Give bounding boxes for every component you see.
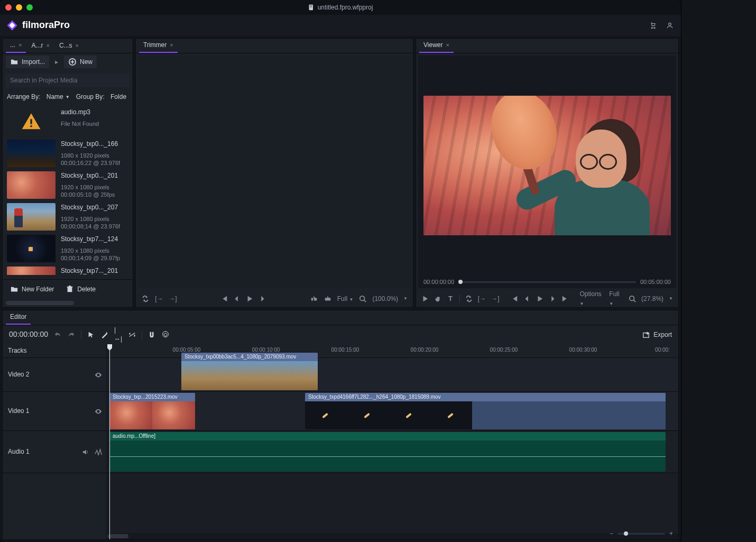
- loop-icon[interactable]: [465, 295, 473, 303]
- prev-frame-icon[interactable]: [220, 295, 228, 303]
- media-item[interactable]: audio.mp3File Not Found: [3, 106, 133, 137]
- playhead[interactable]: [109, 344, 110, 539]
- blade-tool-icon[interactable]: [100, 330, 109, 339]
- timeline[interactable]: 00:00:05:00 00:00:10:00 00:00:15:00 00:0…: [107, 344, 678, 539]
- media-thumbnail: [7, 140, 56, 167]
- play-icon[interactable]: [245, 295, 254, 303]
- zoom-slider[interactable]: [617, 533, 665, 535]
- track-lane-audio1[interactable]: audio.mp...Offline]: [107, 431, 678, 473]
- go-start-icon[interactable]: [510, 295, 519, 303]
- eye-icon[interactable]: [94, 407, 103, 416]
- viewer-tab[interactable]: Viewer×: [419, 39, 454, 53]
- media-item[interactable]: Stocksy_txp0..._2011920 x 1080 pixels00:…: [3, 169, 133, 201]
- track-lane-video1[interactable]: Stocksy_txp...2015223.mov Stocksy_txpd41…: [107, 392, 678, 431]
- viewer-scrubber[interactable]: [458, 281, 636, 283]
- scrollbar-h[interactable]: [6, 301, 130, 306]
- svg-rect-7: [30, 119, 32, 124]
- close-icon[interactable]: ×: [170, 41, 173, 49]
- editor-tab[interactable]: Editor: [6, 311, 31, 325]
- viewer-canvas[interactable]: [418, 56, 676, 276]
- chevron-down-icon: ▼: [669, 296, 673, 301]
- slip-tool-icon[interactable]: |↔|: [114, 330, 123, 339]
- import-button[interactable]: Import...: [6, 56, 49, 68]
- user-icon[interactable]: [665, 21, 675, 30]
- mark-in-icon[interactable]: [→: [155, 295, 163, 303]
- media-item[interactable]: Stocksy_txp7..._1241920 x 1080 pixels00;…: [3, 233, 133, 264]
- options-dropdown[interactable]: Options ▼: [580, 290, 604, 308]
- clip-label: Stocksy_txp...2015223.mov: [109, 393, 195, 401]
- step-fwd-icon[interactable]: [258, 295, 266, 303]
- overwrite-icon[interactable]: [324, 295, 332, 303]
- media-tab-2[interactable]: C...s×: [55, 39, 83, 53]
- insert-icon[interactable]: [310, 295, 318, 303]
- svg-point-5: [669, 23, 671, 25]
- new-button[interactable]: New: [64, 56, 97, 68]
- select-tool-icon[interactable]: [87, 330, 95, 339]
- ruler-tick: 00:00:20:00: [411, 346, 439, 354]
- display-mode-dropdown[interactable]: Full ▼: [337, 295, 354, 304]
- delete-button[interactable]: Delete: [61, 283, 100, 296]
- undo-icon[interactable]: [53, 330, 62, 339]
- chevron-right-icon[interactable]: ▸: [52, 58, 61, 66]
- play-icon[interactable]: [421, 295, 429, 303]
- track-label-video2[interactable]: Video 2: [3, 358, 107, 392]
- close-icon[interactable]: ×: [446, 41, 449, 49]
- track-lane-video2[interactable]: Stocksy_txp00bb3ac5...4_1080p_2079093.mo…: [107, 358, 678, 392]
- zoom-in-icon[interactable]: +: [669, 529, 673, 538]
- media-item[interactable]: Stocksy_txp7..._201: [3, 264, 133, 275]
- trash-icon: [66, 285, 74, 293]
- clip-video2[interactable]: Stocksy_txp00bb3ac5...4_1080p_2079093.mo…: [181, 353, 318, 390]
- search-icon[interactable]: [358, 295, 367, 303]
- eye-icon[interactable]: [94, 371, 103, 379]
- zoom-value[interactable]: (27.8%): [641, 295, 663, 304]
- chevron-down-icon: ▼: [403, 296, 408, 301]
- zoom-value[interactable]: (100.0%): [372, 295, 398, 304]
- close-icon[interactable]: ×: [19, 41, 22, 49]
- play-icon[interactable]: [536, 295, 544, 303]
- hand-icon[interactable]: [434, 295, 441, 303]
- rate-tool-icon[interactable]: [128, 330, 136, 339]
- media-tab-0[interactable]: ...×: [6, 39, 26, 53]
- loop-icon[interactable]: [141, 295, 150, 303]
- clip-audio1[interactable]: audio.mp...Offline]: [109, 432, 666, 472]
- close-icon[interactable]: ×: [76, 42, 79, 50]
- cart-icon[interactable]: [648, 21, 658, 30]
- go-end-icon[interactable]: [561, 295, 569, 303]
- search-icon[interactable]: [629, 295, 636, 303]
- viewer-time-current: 00:00:00:00: [423, 278, 454, 286]
- step-back-icon[interactable]: [523, 295, 531, 303]
- text-icon[interactable]: T: [447, 295, 454, 303]
- search-input[interactable]: [6, 74, 130, 87]
- arrange-by-dropdown[interactable]: Arrange By: Name ▼: [7, 93, 70, 102]
- export-button[interactable]: Export: [642, 330, 672, 339]
- track-label-audio1[interactable]: Audio 1: [3, 431, 107, 473]
- editor-timecode[interactable]: 00:00:00:00: [9, 329, 48, 340]
- step-back-icon[interactable]: [233, 295, 241, 303]
- redo-icon[interactable]: [67, 330, 76, 339]
- speaker-icon[interactable]: [81, 448, 90, 456]
- display-mode-dropdown[interactable]: Full ▼: [609, 290, 623, 308]
- gear-icon[interactable]: [161, 330, 170, 339]
- clip-label: Stocksy_txpd4166ff7L282..._h264_1080p_18…: [305, 393, 666, 401]
- mark-out-icon[interactable]: →]: [169, 295, 177, 303]
- group-by-dropdown[interactable]: Group By: Folde: [76, 93, 126, 102]
- media-item-name: Stocksy_txp7..._201: [61, 267, 128, 275]
- new-folder-button[interactable]: New Folder: [6, 283, 58, 296]
- zoom-out-icon[interactable]: −: [610, 529, 613, 538]
- snap-icon[interactable]: [147, 330, 156, 339]
- clip-video1-b[interactable]: Stocksy_txpd4166ff7L282..._h264_1080p_18…: [305, 393, 666, 429]
- trimmer-tab[interactable]: Trimmer×: [139, 39, 178, 53]
- mark-in-icon[interactable]: [→: [478, 295, 486, 303]
- media-item[interactable]: Stocksy_txp0..._1661080 x 1920 pixels00;…: [3, 137, 133, 169]
- mark-out-icon[interactable]: →]: [491, 295, 499, 303]
- media-item[interactable]: Stocksy_txp0..._2071920 x 1080 pixels00;…: [3, 201, 133, 233]
- media-tab-1[interactable]: A...r×: [27, 39, 53, 53]
- waveform-icon[interactable]: [94, 448, 103, 456]
- media-thumbnail: [7, 267, 56, 275]
- timeline-scrollbar[interactable]: − +: [107, 533, 678, 539]
- step-fwd-icon[interactable]: [548, 295, 557, 303]
- viewer-panel: Viewer×: [416, 38, 679, 308]
- track-label-video1[interactable]: Video 1: [3, 392, 107, 431]
- close-icon[interactable]: ×: [46, 42, 49, 50]
- clip-video1-a[interactable]: Stocksy_txp...2015223.mov: [109, 393, 195, 429]
